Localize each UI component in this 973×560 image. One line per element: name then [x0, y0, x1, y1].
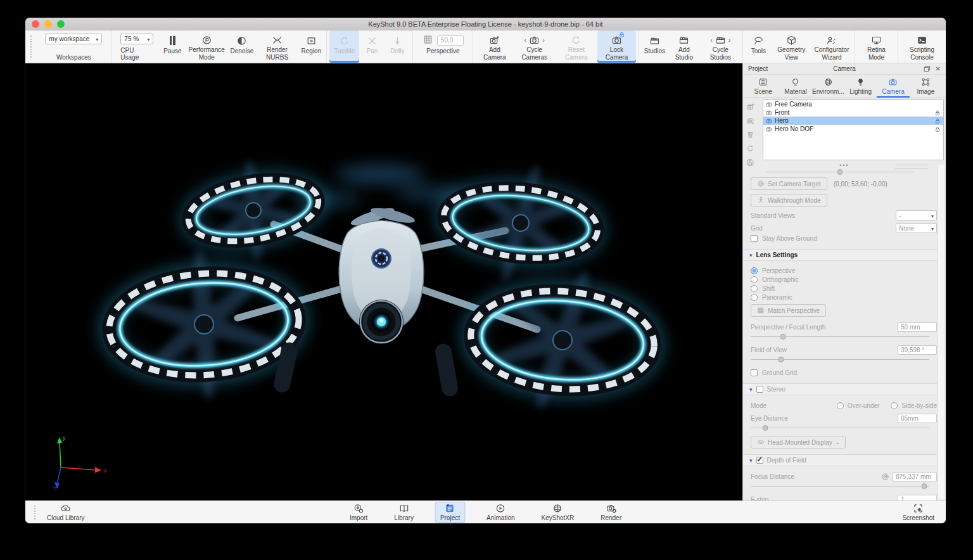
render-viewport[interactable]: y x z: [25, 63, 742, 500]
pan-button[interactable]: Pan: [359, 30, 385, 63]
focal-length-slider[interactable]: [751, 334, 929, 340]
stereo-header[interactable]: Stereo: [743, 383, 937, 395]
camera-row-hero-no-dof[interactable]: Hero No DOF: [763, 125, 943, 133]
performance-mode-button[interactable]: Performance Mode: [185, 30, 228, 63]
scripting-console-button[interactable]: Scripting Console: [901, 30, 943, 63]
duplicate-camera-icon[interactable]: [746, 117, 754, 125]
reset-camera-button[interactable]: Reset Camera: [556, 30, 597, 63]
depth-of-field-header[interactable]: Depth of Field: [743, 454, 937, 466]
add-camera-button[interactable]: Add Camera: [476, 30, 513, 63]
cloud-library-button[interactable]: Cloud Library: [42, 502, 89, 523]
region-icon: [306, 34, 317, 48]
head-mounted-display-button[interactable]: Head-Mounted Display ⌄: [751, 436, 846, 449]
drone-render: [25, 63, 742, 500]
tab-material[interactable]: Material: [779, 75, 811, 98]
slider-thumb[interactable]: [921, 483, 927, 489]
focus-distance-slider[interactable]: [751, 483, 929, 489]
stereo-checkbox[interactable]: [756, 386, 763, 393]
slider-thumb[interactable]: [762, 425, 768, 431]
grid-dropdown[interactable]: None: [896, 223, 937, 233]
screenshot-button[interactable]: Screenshot: [897, 502, 939, 523]
perspective-radio[interactable]: [751, 267, 758, 274]
match-perspective-button[interactable]: Match Perspective: [751, 304, 826, 317]
tab-camera[interactable]: Camera: [877, 75, 909, 98]
panoramic-radio[interactable]: [751, 294, 758, 301]
grid-label: Grid: [751, 225, 763, 232]
camera-row-hero[interactable]: Hero: [763, 117, 943, 125]
region-button[interactable]: Region: [298, 30, 324, 63]
lock-camera-button[interactable]: Lock Camera: [597, 30, 637, 63]
field-of-view-input[interactable]: 39,598 °: [898, 345, 937, 355]
camera-distance-slider[interactable]: [766, 169, 914, 175]
configurator-wizard-icon: [826, 34, 837, 46]
walk-icon: [757, 196, 765, 204]
workspace-dropdown[interactable]: my workspace: [45, 34, 102, 44]
reset-camera-list-icon[interactable]: [746, 144, 754, 153]
set-camera-target-button[interactable]: Set Camera Target: [751, 177, 827, 190]
import-button[interactable]: Import: [345, 502, 372, 523]
camera-icon: [888, 77, 898, 87]
pick-focus-target-icon[interactable]: [881, 473, 889, 481]
stereo-mode-label: Mode: [751, 402, 766, 409]
tumble-button[interactable]: Tumble: [329, 30, 359, 63]
eye-distance-slider[interactable]: [751, 425, 929, 431]
workspace-value: my workspace: [49, 35, 89, 42]
focus-distance-input[interactable]: 875,337 mm: [893, 472, 937, 481]
cpu-usage-dropdown[interactable]: 75 %: [120, 34, 153, 44]
library-button[interactable]: Library: [389, 502, 419, 523]
walkthrough-mode-button[interactable]: Walkthrough Mode: [751, 194, 827, 207]
orthographic-radio[interactable]: [751, 276, 758, 283]
stay-above-ground-checkbox[interactable]: [751, 235, 758, 242]
camera-row-free-camera[interactable]: Free Camera: [763, 100, 943, 108]
denoise-button[interactable]: Denoise: [228, 30, 256, 63]
over-under-radio[interactable]: [837, 402, 844, 409]
tab-image[interactable]: Image: [910, 75, 942, 98]
panel-scrollbar[interactable]: [938, 165, 944, 499]
retina-mode-button[interactable]: Retina Mode: [858, 30, 895, 63]
depth-of-field-checkbox[interactable]: [756, 457, 763, 464]
ground-grid-checkbox[interactable]: [751, 369, 758, 376]
lock-camera-icon: [611, 34, 622, 46]
project-button[interactable]: Project: [435, 502, 465, 523]
geometry-view-button[interactable]: Geometry View: [771, 30, 811, 63]
tab-lighting[interactable]: Lighting: [844, 75, 877, 98]
shift-radio[interactable]: [751, 285, 758, 292]
cycle-studios-button[interactable]: Cycle Studios: [701, 30, 740, 63]
tab-scene[interactable]: Scene: [747, 75, 779, 98]
keyshotxr-button[interactable]: KeyShotXR: [537, 502, 580, 523]
pause-icon: [170, 34, 175, 48]
tools-button[interactable]: Tools: [746, 30, 771, 63]
f-stop-input[interactable]: 1: [898, 495, 937, 501]
animation-button[interactable]: Animation: [481, 502, 519, 523]
focal-length-input[interactable]: 50 mm: [898, 322, 937, 332]
delete-camera-icon[interactable]: [746, 130, 754, 139]
slider-thumb[interactable]: [837, 169, 843, 175]
side-by-side-radio[interactable]: [891, 402, 898, 409]
perspective-grid-icon: [423, 34, 433, 47]
render-button[interactable]: Render: [595, 502, 626, 523]
slider-thumb[interactable]: [778, 357, 784, 362]
dolly-button[interactable]: Dolly: [385, 30, 410, 63]
configurator-wizard-button[interactable]: Configurator Wizard: [811, 30, 852, 63]
lock-icon: [618, 31, 625, 38]
panel-title-camera: Camera: [743, 65, 946, 72]
pause-button[interactable]: Pause: [160, 30, 185, 63]
studios-button[interactable]: Studios: [642, 30, 667, 63]
add-studio-button[interactable]: Add Studio: [668, 30, 701, 63]
render-nurbs-button[interactable]: Render NURBS: [256, 30, 299, 63]
slider-thumb[interactable]: [780, 334, 785, 340]
standard-views-dropdown[interactable]: -: [896, 210, 937, 220]
environment-icon: [824, 77, 833, 87]
eye-distance-input[interactable]: 65mm: [898, 414, 937, 423]
lens-settings-header[interactable]: Lens Settings: [743, 249, 937, 261]
lighting-icon: [856, 77, 865, 87]
tab-environment[interactable]: Environm...: [812, 75, 844, 98]
camera-row-front[interactable]: Front: [763, 108, 943, 117]
cycle-cameras-button[interactable]: Cycle Cameras: [513, 30, 556, 63]
toolbar-drag-handle[interactable]: [30, 35, 34, 58]
add-camera-list-icon[interactable]: [746, 103, 754, 111]
project-panel: Project Camera Scene Material: [742, 63, 946, 500]
field-of-view-slider[interactable]: [751, 357, 929, 362]
perspective-value-input[interactable]: 50,0: [437, 35, 464, 46]
bottombar-drag-handle[interactable]: [34, 506, 38, 519]
